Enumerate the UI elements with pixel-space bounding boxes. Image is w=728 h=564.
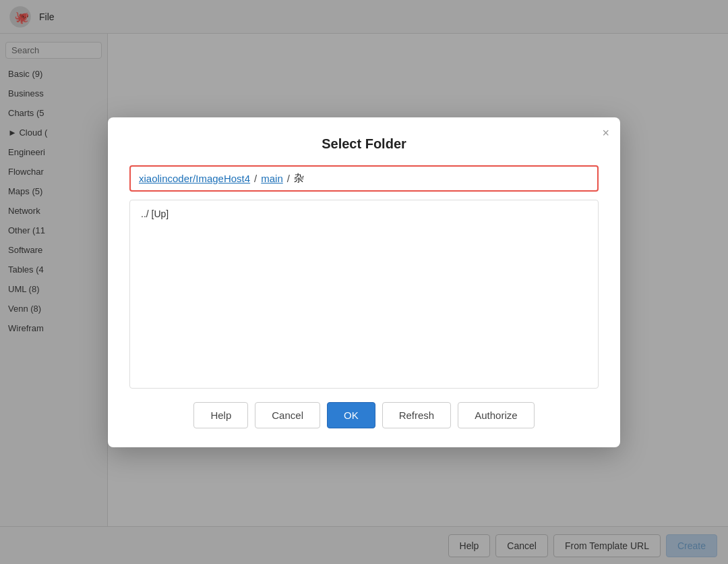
modal-help-button[interactable]: Help bbox=[193, 402, 248, 428]
modal-refresh-button[interactable]: Refresh bbox=[382, 402, 452, 428]
select-folder-modal: × Select Folder xiaolincoder/ImageHost4 … bbox=[108, 117, 620, 447]
modal-ok-button[interactable]: OK bbox=[327, 402, 375, 428]
modal-overlay: × Select Folder xiaolincoder/ImageHost4 … bbox=[0, 0, 728, 564]
modal-actions: Help Cancel OK Refresh Authorize bbox=[129, 402, 599, 428]
path-sep-1: / bbox=[254, 173, 257, 184]
path-current-folder: 杂 bbox=[294, 172, 304, 185]
folder-list[interactable]: ../ [Up] bbox=[129, 200, 599, 389]
modal-close-button[interactable]: × bbox=[602, 127, 609, 139]
modal-authorize-button[interactable]: Authorize bbox=[458, 402, 534, 428]
modal-cancel-button[interactable]: Cancel bbox=[255, 402, 320, 428]
path-repo-link[interactable]: xiaolincoder/ImageHost4 bbox=[139, 173, 250, 184]
folder-item-up[interactable]: ../ [Up] bbox=[130, 203, 598, 225]
path-sep-2: / bbox=[287, 173, 290, 184]
path-branch-link[interactable]: main bbox=[261, 173, 283, 184]
modal-title: Select Folder bbox=[129, 136, 599, 152]
path-bar: xiaolincoder/ImageHost4 / main / 杂 bbox=[129, 165, 599, 192]
